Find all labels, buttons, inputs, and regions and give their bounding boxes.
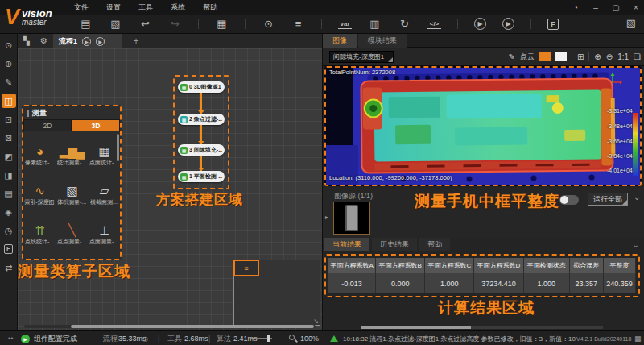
flow-tab-active[interactable]: 流程1 ▶ ▶ [53, 34, 122, 48]
script-code-icon[interactable]: </> [427, 19, 441, 29]
flow-canvas[interactable]: 测量 2D3D ◕像素统计-...▂▆▄统计测量-...▦点面统计-...∿索引… [18, 48, 322, 330]
operator-item[interactable]: ▦点面统计-... [88, 135, 120, 175]
operator-item[interactable]: ⊥点面测量-... [88, 214, 120, 254]
run-continuous-icon[interactable]: ▶ [502, 18, 514, 30]
performance-gauge-icon[interactable]: ◔ [571, 3, 580, 12]
results-tab[interactable]: 当前结果 [324, 238, 369, 251]
rail-palette-icon[interactable]: ◈ [2, 205, 16, 219]
rail-transform-icon[interactable]: ⊠ [2, 131, 16, 145]
results-tab[interactable]: 帮助 [419, 238, 450, 251]
actual-size-icon[interactable]: 1:1 [617, 52, 629, 61]
operator-item[interactable]: ◕像素统计-... [23, 135, 56, 175]
results-collapse-chevron-icon[interactable]: ⌄ [633, 240, 639, 249]
rail-formula-f-icon[interactable]: F [2, 242, 16, 256]
flow-tools-icon[interactable]: ⚙ [40, 36, 47, 45]
zoom-slider-handle[interactable] [267, 335, 270, 342]
zoom-in-icon[interactable]: ⊕ [594, 52, 601, 61]
rail-measure-icon[interactable]: ◫ [2, 94, 16, 108]
run-toggle[interactable] [559, 195, 579, 205]
rail-history-clock-icon[interactable]: ◷ [2, 223, 16, 238]
flow-node[interactable]: ▦0 3D图像源1 [178, 81, 225, 93]
camera-icon[interactable]: ⊙ [262, 17, 275, 31]
undo-icon[interactable]: ↩ [138, 17, 152, 31]
table-row[interactable]: -0.0130.0001.00037234.4101.00023.357240.… [328, 273, 636, 293]
column-header: 平面检测状态 [524, 258, 570, 273]
color-scale-value: -3.48e+04 [607, 123, 631, 129]
results-hscrollbar-thumb[interactable] [361, 326, 471, 329]
menu-item[interactable]: 设置 [106, 2, 121, 13]
rail-histogram-icon[interactable]: ▤ [2, 186, 16, 201]
statusbar-dots[interactable]: •• [8, 331, 13, 345]
canvas-hscrollbar-thumb[interactable] [71, 325, 314, 328]
expander-icon[interactable]: ▸ [325, 214, 328, 221]
results-hscrollbar[interactable] [361, 326, 603, 329]
canvas-hscrollbar[interactable] [24, 325, 316, 328]
zoom-out-icon[interactable]: ⊖ [606, 52, 613, 61]
fit-view-icon[interactable]: ⊞ [577, 52, 584, 61]
new-flow-tab-button[interactable]: + [130, 35, 142, 47]
rail-camera-icon[interactable]: ⊙ [2, 38, 16, 52]
operator-item[interactable]: ∿索引-深度图 [23, 175, 56, 214]
toolbar-divider [245, 19, 246, 29]
minimap-menu-icon[interactable]: ≡ [233, 260, 259, 276]
run-all-dropdown[interactable]: 运行全部 [588, 193, 628, 206]
flow-minimap[interactable]: ≡ ↘ [233, 260, 320, 326]
rail-compare-icon[interactable]: ◩ [2, 149, 16, 164]
minimize-icon[interactable]: – [591, 3, 601, 12]
source-thumbnail[interactable] [333, 202, 370, 235]
rail-locate-icon[interactable]: ⊕ [2, 56, 16, 71]
total-point-num: TotalPointNum: 2372008 [329, 69, 395, 76]
results-tab[interactable]: 历史结果 [372, 238, 417, 251]
variables-icon[interactable]: var [338, 19, 352, 29]
menu-item[interactable]: 帮助 [203, 2, 217, 13]
collapse-chevron-icon[interactable]: ⌄ [634, 193, 640, 202]
flow-run-icon[interactable]: ▶ [82, 37, 91, 46]
image-viewport[interactable]: TotalPointNum: 2372008 Location: (3110.0… [324, 66, 642, 186]
save-icon[interactable]: ▤ [79, 17, 93, 31]
menu-item[interactable]: 系统 [171, 2, 185, 13]
operator-panel-scrollbar[interactable] [117, 134, 119, 161]
flow-node-icon: ▦ [180, 147, 188, 154]
color-swatch-white[interactable] [555, 52, 567, 61]
operator-item[interactable]: ⇈点线统计-... [23, 214, 56, 254]
adjust-sliders-icon[interactable]: ≡ [291, 17, 305, 31]
flow-run-step-icon[interactable]: ▶ [96, 37, 105, 46]
statusbar: •• ▶ 组件配置完成 ◷ | | 100% 10:18:32 流程1.杂点过滤… [0, 330, 644, 345]
menu-item[interactable]: 文件 [74, 2, 89, 13]
sync-icon[interactable]: ↻ [398, 17, 411, 31]
redo-icon[interactable]: ↪ [168, 17, 182, 31]
color-swatch-orange[interactable] [539, 52, 551, 61]
fullscreen-icon[interactable]: ❏ [634, 52, 641, 61]
run-once-icon[interactable]: ▶ [474, 18, 486, 30]
rail-image-settings-icon[interactable]: ◨ [2, 168, 16, 182]
operator-item[interactable]: ▱横截面测... [88, 175, 120, 214]
close-icon[interactable]: × [631, 3, 641, 12]
operator-tab-3d[interactable]: 3D [72, 119, 120, 131]
rail-focus-region-icon[interactable]: ⊡ [2, 112, 16, 127]
grid-toggle-icon[interactable]: ▦ [634, 331, 642, 345]
log-book-icon[interactable]: ▥ [368, 17, 382, 31]
metric-label: 工具 [167, 331, 182, 345]
operator-item[interactable]: ╲点点测量-... [56, 214, 88, 254]
flow-structure-icon[interactable]: ▚ [23, 36, 30, 45]
open-icon[interactable]: ▧ [109, 17, 122, 31]
operator-tab-2d[interactable]: 2D [23, 119, 72, 131]
viewer-tab[interactable]: 模块结果 [358, 34, 407, 48]
format-f-icon[interactable]: F [547, 19, 559, 30]
operator-item[interactable]: ▧体积测量-... [56, 175, 88, 214]
rail-image-edit-icon[interactable]: ✎ [2, 75, 16, 89]
rail-io-config-icon[interactable]: ⇄ [2, 260, 16, 275]
restore-icon[interactable]: ▢ [611, 3, 621, 12]
resize-handle-icon[interactable]: ↘ [313, 318, 319, 325]
operator-item[interactable]: ▂▆▄统计测量-... [56, 135, 88, 175]
toolbar-divider [457, 19, 458, 29]
operator-icon: ⊥ [99, 223, 109, 238]
viewer-tab[interactable]: 图像 [323, 34, 357, 48]
status-play-icon: ▶ [21, 331, 30, 345]
titlebar: 文件设置工具系统帮助 ◔–▢× [0, 0, 644, 15]
image-source-dropdown[interactable]: 间隙填充-深度图1 [329, 51, 394, 63]
window-layout-icon[interactable]: ▦ [215, 17, 229, 31]
menu-item[interactable]: 工具 [138, 2, 153, 13]
pencil-icon[interactable]: ✎ [509, 52, 515, 61]
open-project-icon[interactable]: ▧ [626, 17, 636, 29]
